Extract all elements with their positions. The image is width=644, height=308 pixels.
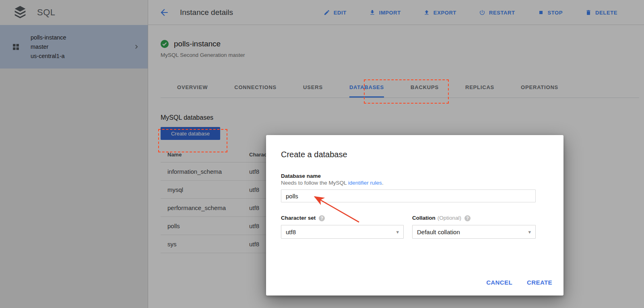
- charset-select[interactable]: utf8 ▾: [281, 225, 404, 239]
- database-name-help: Needs to follow the MySQL identifier rul…: [281, 179, 564, 186]
- charset-label: Character set: [281, 214, 316, 222]
- collation-select[interactable]: Default collation ▾: [412, 225, 536, 239]
- database-name-input[interactable]: [281, 189, 536, 202]
- create-button[interactable]: CREATE: [527, 279, 552, 286]
- create-database-dialog: Create a database Database name Needs to…: [266, 135, 564, 296]
- dialog-footer: CANCEL CREATE: [486, 279, 552, 286]
- charset-help-icon[interactable]: ?: [319, 215, 325, 221]
- charset-label-row: Character set ?: [281, 214, 412, 222]
- dropdown-labels-row: Character set ? Collation (Optional) ?: [281, 214, 564, 222]
- charset-value: utf8: [286, 229, 296, 235]
- cancel-button[interactable]: CANCEL: [486, 279, 512, 286]
- database-name-label: Database name: [281, 173, 564, 179]
- dialog-title: Create a database: [281, 150, 564, 159]
- collation-help-icon[interactable]: ?: [464, 215, 471, 221]
- collation-value: Default collation: [417, 229, 460, 235]
- chevron-down-icon: ▾: [396, 229, 399, 235]
- collation-label: Collation: [412, 214, 436, 222]
- help-text: Needs to follow the MySQL: [281, 180, 348, 186]
- collation-label-row: Collation (Optional) ?: [412, 214, 536, 222]
- chevron-down-icon: ▾: [528, 229, 531, 235]
- collation-optional-label: (Optional): [438, 214, 461, 222]
- identifier-rules-link[interactable]: identifier rules: [348, 180, 382, 186]
- help-text-suffix: .: [382, 180, 384, 186]
